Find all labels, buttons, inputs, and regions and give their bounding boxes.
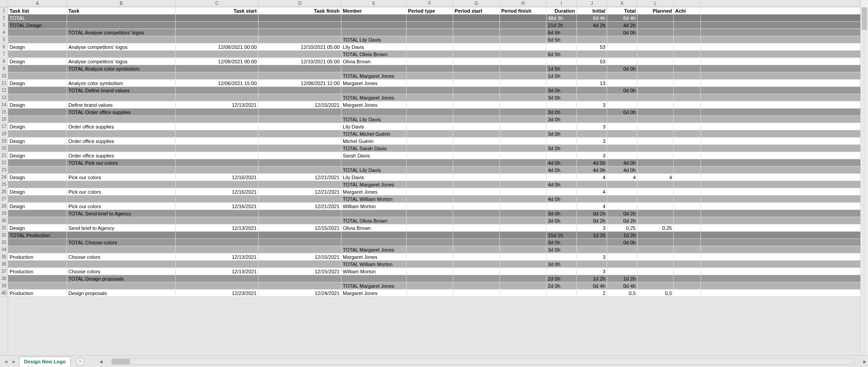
cell[interactable]: 4d 0h	[577, 159, 607, 166]
cell[interactable]	[259, 282, 341, 289]
cell[interactable]: 0d 0h	[607, 109, 638, 115]
cell[interactable]	[8, 109, 67, 115]
cell[interactable]: 6d 5h	[547, 29, 577, 36]
cell[interactable]: 12/06/2021 15:00	[176, 80, 259, 86]
cell[interactable]	[453, 58, 500, 65]
column-header-C[interactable]: C	[176, 0, 259, 7]
cell[interactable]	[453, 29, 500, 36]
cell[interactable]	[547, 58, 577, 65]
cell[interactable]	[674, 22, 701, 29]
cell[interactable]	[500, 195, 547, 202]
cell[interactable]	[8, 167, 67, 173]
cell[interactable]	[259, 123, 341, 130]
cell[interactable]: 12/13/2021	[176, 224, 259, 231]
cell[interactable]	[500, 152, 547, 159]
cell[interactable]	[638, 145, 674, 152]
cell[interactable]: 3d 0h	[547, 109, 577, 115]
cell[interactable]	[500, 275, 547, 282]
cell[interactable]	[638, 253, 674, 260]
cell[interactable]	[453, 138, 500, 144]
row-header[interactable]: 34	[0, 246, 8, 253]
cell[interactable]: Lily Davis	[341, 43, 407, 50]
cell[interactable]	[407, 268, 453, 275]
cell[interactable]: 12/21/2021	[259, 203, 341, 210]
cell[interactable]	[638, 58, 674, 65]
cell[interactable]	[259, 29, 341, 36]
cell[interactable]: TOTAL Design	[8, 22, 67, 29]
cell[interactable]	[500, 109, 547, 115]
cell[interactable]: 4	[577, 188, 607, 195]
row-header[interactable]: 31	[0, 224, 8, 232]
cell[interactable]	[577, 239, 607, 246]
cell[interactable]	[577, 261, 607, 267]
cell[interactable]	[453, 232, 500, 238]
cell[interactable]: Choose colors	[67, 253, 176, 260]
cell[interactable]: 12/21/2021	[259, 188, 341, 195]
cell[interactable]: 21d 2h	[547, 22, 577, 29]
cell[interactable]: William Morton	[341, 268, 407, 275]
column-header-L[interactable]: L	[638, 0, 674, 7]
cell[interactable]	[638, 65, 674, 72]
cell[interactable]	[577, 94, 607, 101]
cell[interactable]: 0d 4h	[607, 282, 638, 289]
cell[interactable]	[8, 217, 67, 224]
cell[interactable]	[674, 43, 701, 50]
cell[interactable]	[8, 72, 67, 79]
cell[interactable]	[407, 72, 453, 79]
header-cell[interactable]: Initial	[577, 7, 607, 14]
cell[interactable]: 3	[577, 138, 607, 144]
cell[interactable]: 6d 4h	[577, 14, 607, 21]
cell[interactable]: 3d 0h	[547, 116, 577, 123]
cell[interactable]: 4d 2h	[607, 22, 638, 29]
cell[interactable]	[67, 167, 176, 173]
cell[interactable]: Production	[8, 253, 67, 260]
cell[interactable]	[453, 109, 500, 115]
cell[interactable]	[577, 72, 607, 79]
cell[interactable]	[67, 181, 176, 188]
cell[interactable]	[607, 58, 638, 65]
cell[interactable]	[500, 203, 547, 210]
row-header[interactable]: 35	[0, 253, 8, 261]
cell[interactable]	[67, 72, 176, 79]
cell[interactable]	[176, 130, 259, 137]
cell[interactable]: 3d 0h	[547, 145, 577, 152]
row-header[interactable]: 12	[0, 87, 8, 94]
cell[interactable]: TOTAL	[8, 14, 67, 21]
horizontal-scrollbar[interactable]	[111, 358, 854, 365]
vscroll-track[interactable]	[862, 7, 867, 355]
cell[interactable]	[453, 51, 500, 57]
cell[interactable]	[500, 116, 547, 123]
cell[interactable]	[674, 246, 701, 253]
cell[interactable]: 6d 4h	[607, 14, 638, 21]
cell[interactable]	[607, 138, 638, 144]
cell[interactable]	[407, 43, 453, 50]
cell[interactable]	[607, 253, 638, 260]
cell[interactable]	[453, 282, 500, 289]
column-header-K[interactable]: K	[607, 0, 638, 7]
cell[interactable]	[8, 145, 67, 152]
cell[interactable]	[453, 275, 500, 282]
row-header[interactable]: 19	[0, 138, 8, 145]
cell[interactable]: TOTAL Analyze color symbolism	[67, 65, 176, 72]
cell[interactable]	[577, 36, 607, 43]
cell[interactable]	[453, 87, 500, 94]
cell[interactable]	[607, 36, 638, 43]
cell[interactable]	[67, 14, 176, 21]
cell[interactable]	[453, 145, 500, 152]
cell[interactable]: 48d 3h	[547, 14, 577, 21]
cell[interactable]	[176, 217, 259, 224]
cell[interactable]	[407, 80, 453, 86]
cell[interactable]	[407, 65, 453, 72]
cell[interactable]	[341, 109, 407, 115]
cell[interactable]: 12/08/2021 12:00	[259, 80, 341, 86]
cell[interactable]: 4d 0h	[547, 195, 577, 202]
cell[interactable]	[638, 210, 674, 217]
cell[interactable]	[176, 14, 259, 21]
cell[interactable]	[8, 282, 67, 289]
cell[interactable]	[341, 239, 407, 246]
cell[interactable]: Design	[8, 138, 67, 144]
cell[interactable]	[259, 72, 341, 79]
row-header[interactable]: 5	[0, 36, 8, 43]
cell[interactable]: 1d 5h	[547, 72, 577, 79]
cell[interactable]: 3d 0h	[547, 210, 577, 217]
